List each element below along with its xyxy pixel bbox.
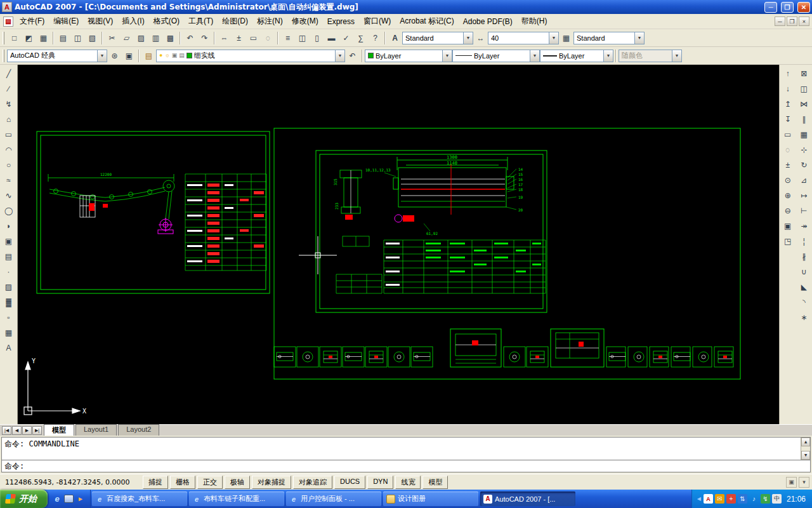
polygon-button[interactable]: ⌂ bbox=[1, 112, 16, 127]
status-menu-arrow-icon[interactable]: ▾ bbox=[799, 477, 809, 488]
menu-item[interactable]: 文件(F) bbox=[15, 13, 49, 29]
layer-combo[interactable]: ● ☼ ▣ ▤ 细实线 ▼ bbox=[156, 50, 345, 62]
taskbar-task[interactable]: AAutoCAD 2007 - [... bbox=[480, 491, 575, 506]
dropdown-arrow-icon[interactable]: ▼ bbox=[634, 32, 644, 44]
menu-item[interactable]: 窗口(W) bbox=[359, 13, 395, 29]
table-style-button[interactable]: ▦ bbox=[559, 30, 573, 45]
lineweight-combo[interactable]: ByLayer ▼ bbox=[540, 50, 613, 62]
status-toggle[interactable]: 对象捕捉 bbox=[252, 476, 291, 489]
dropdown-arrow-icon[interactable]: ▼ bbox=[603, 50, 613, 62]
mirror-button[interactable]: ⋈ bbox=[796, 97, 811, 112]
scroll-up-icon[interactable]: ▲ bbox=[801, 438, 810, 446]
markup-set-manager-button[interactable]: ✓ bbox=[339, 30, 353, 45]
next-tab-button[interactable]: ▶ bbox=[22, 426, 32, 435]
table-button[interactable]: ▦ bbox=[1, 325, 16, 340]
minimize-button[interactable]: ─ bbox=[764, 2, 777, 13]
dropdown-arrow-icon[interactable]: ▼ bbox=[530, 50, 539, 62]
msg-tray-icon[interactable]: ✉ bbox=[715, 494, 724, 504]
layer-previous-button[interactable]: ↶ bbox=[345, 48, 360, 63]
menu-item[interactable]: Express bbox=[323, 15, 359, 29]
chamfer-button[interactable]: ◣ bbox=[796, 279, 811, 295]
menu-item[interactable]: 绘图(D) bbox=[218, 13, 252, 29]
status-toggle[interactable]: 模型 bbox=[422, 476, 448, 489]
make-block-button[interactable]: ▤ bbox=[1, 249, 16, 264]
publish-button[interactable]: ▧ bbox=[85, 30, 100, 45]
zoom-previous-button[interactable]: ◌ bbox=[261, 30, 275, 45]
first-tab-button[interactable]: |◀ bbox=[2, 426, 11, 435]
fillet-button[interactable]: ◝ bbox=[796, 295, 811, 310]
zoom-window2-button[interactable]: ▭ bbox=[780, 127, 796, 142]
text-style-button[interactable]: A bbox=[388, 30, 402, 45]
dropdown-arrow-icon[interactable]: ▼ bbox=[442, 50, 452, 62]
layer-lock-icon[interactable]: ▣ bbox=[172, 53, 178, 58]
zoom-scale-button[interactable]: ± bbox=[780, 157, 796, 173]
quickcalc-button[interactable]: ∑ bbox=[353, 30, 368, 45]
cut-button[interactable]: ✂ bbox=[105, 30, 119, 45]
desktop-quicklaunch-button[interactable] bbox=[64, 495, 74, 503]
layer-freeze-icon[interactable]: ☼ bbox=[164, 53, 169, 58]
status-toggle[interactable]: 对象追踪 bbox=[293, 476, 332, 489]
status-toggle[interactable]: DUCS bbox=[334, 476, 365, 489]
restore-button[interactable]: ❐ bbox=[781, 2, 794, 13]
zoom-extents-button[interactable]: ◳ bbox=[780, 234, 796, 249]
dropdown-arrow-icon[interactable]: ▼ bbox=[549, 32, 558, 44]
menu-item[interactable]: 工具(T) bbox=[184, 13, 218, 29]
layer-on-icon[interactable]: ● bbox=[159, 53, 162, 58]
offset-button[interactable]: ∥ bbox=[796, 112, 811, 127]
region-button[interactable]: ▫ bbox=[1, 310, 16, 325]
sheetset-manager-button[interactable]: ▬ bbox=[324, 30, 339, 45]
join-button[interactable]: ∪ bbox=[796, 264, 811, 279]
rectangle-button[interactable]: ▭ bbox=[1, 127, 16, 142]
open-button[interactable]: ◩ bbox=[22, 30, 36, 45]
layer-plot-icon[interactable]: ▤ bbox=[179, 53, 185, 58]
shield-tray-icon[interactable]: + bbox=[726, 494, 736, 504]
zoom-out-button[interactable]: ⊖ bbox=[780, 203, 796, 218]
mdi-restore-button[interactable]: ❐ bbox=[787, 17, 797, 26]
menu-item[interactable]: 插入(I) bbox=[117, 13, 148, 29]
menu-item[interactable]: 视图(V) bbox=[83, 13, 117, 29]
mdi-close-button[interactable]: × bbox=[799, 17, 809, 26]
status-toggle[interactable]: 线宽 bbox=[395, 476, 421, 489]
my-workspace-button[interactable]: ▣ bbox=[122, 48, 136, 63]
match-properties-button[interactable]: ▥ bbox=[148, 30, 163, 45]
menu-item[interactable]: 格式(O) bbox=[149, 13, 184, 29]
multiline-text-button[interactable]: A bbox=[1, 340, 16, 356]
redo-button[interactable]: ↷ bbox=[197, 30, 212, 45]
gradient-button[interactable]: ▓ bbox=[1, 295, 16, 310]
break-button[interactable]: ∦ bbox=[796, 249, 811, 264]
command-prompt[interactable]: 命令: bbox=[1, 460, 811, 472]
dim-style-button[interactable]: ↔ bbox=[473, 30, 488, 45]
network-tray-icon[interactable]: ⇅ bbox=[738, 494, 747, 504]
workspace-combo[interactable]: AutoCAD 经典 ▼ bbox=[7, 50, 107, 62]
drawing-canvas[interactable]: 12200 bbox=[18, 65, 779, 424]
table-style-combo[interactable]: Standard ▼ bbox=[573, 32, 645, 44]
break-at-point-button[interactable]: ¦ bbox=[796, 234, 811, 249]
zoom-all-button[interactable]: ▣ bbox=[780, 218, 796, 234]
paste-button[interactable]: ▨ bbox=[134, 30, 148, 45]
mdi-minimize-button[interactable]: ─ bbox=[775, 17, 785, 26]
copy-object-button[interactable]: ◫ bbox=[796, 81, 811, 97]
array-button[interactable]: ▦ bbox=[796, 127, 811, 142]
acad-tray-icon[interactable]: A bbox=[704, 494, 713, 504]
media-quicklaunch-button[interactable]: ► bbox=[75, 493, 86, 505]
command-history[interactable]: 命令: COMMANDLINE ▲ ▼ bbox=[1, 437, 811, 460]
plot-preview-button[interactable]: ◫ bbox=[70, 30, 85, 45]
ellipse-button[interactable]: ◯ bbox=[1, 203, 16, 218]
menu-item[interactable]: 标注(N) bbox=[252, 13, 287, 29]
color-combo[interactable]: ByLayer ▼ bbox=[365, 50, 452, 62]
menu-item[interactable]: 修改(M) bbox=[287, 13, 323, 29]
explode-button[interactable]: ∗ bbox=[796, 310, 811, 325]
workspace-settings-button[interactable]: ⊛ bbox=[107, 48, 122, 63]
toolbar-grip[interactable] bbox=[3, 50, 4, 62]
trim-button[interactable]: ⊢ bbox=[796, 203, 811, 218]
status-toggle[interactable]: 栅格 bbox=[170, 476, 195, 489]
tray-clock[interactable]: 21:06 bbox=[787, 495, 806, 504]
zoom-dynamic-button[interactable]: ◌ bbox=[780, 142, 796, 157]
line-button[interactable]: ╱ bbox=[1, 66, 16, 81]
taskbar-task[interactable]: e布料车链子和配重... bbox=[189, 491, 284, 506]
construction-line-button[interactable]: ∕ bbox=[1, 81, 16, 97]
bring-above-button[interactable]: ↥ bbox=[780, 97, 796, 112]
dropdown-arrow-icon[interactable]: ▼ bbox=[463, 32, 473, 44]
save-button[interactable]: ▦ bbox=[36, 30, 51, 45]
status-toggle[interactable]: 捕捉 bbox=[143, 476, 168, 489]
